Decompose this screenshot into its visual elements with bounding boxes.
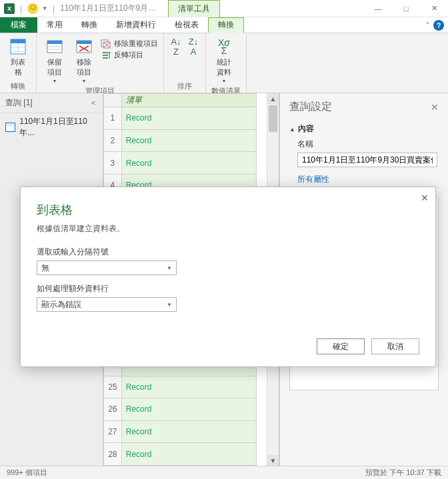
ribbon: 到表 格 轉換 保留 項目 ▼ 移除 項目 ▼ [0,33,448,93]
tab-home[interactable]: 常用 [37,17,72,33]
sort-desc-icon: Z↓A [184,37,203,56]
section-content-label: 內容 [298,123,314,135]
queries-header: 查詢 [1] [5,97,33,109]
chevron-down-icon: ▼ [167,302,172,308]
dropdown-icon: ▼ [53,79,57,83]
keep-items-label: 保留 項目 [47,57,62,77]
all-properties-link[interactable]: 所有屬性 [289,174,329,185]
group-label-sort: 排序 [169,80,200,91]
reverse-items-label: 反轉項目 [114,50,143,60]
delimiter-combo[interactable]: 無 ▼ [37,260,177,275]
svg-rect-1 [11,39,25,43]
table-row[interactable]: 3Record [104,152,257,175]
remove-duplicates-button[interactable]: 移除重複項目 [101,39,158,49]
extra-columns-value: 顯示為錯誤 [41,299,81,310]
qat-separator: | [20,4,22,13]
table-row[interactable]: 27Record [104,420,257,443]
close-settings-icon[interactable]: ✕ [431,102,439,113]
tab-transform-list[interactable]: 轉換 [208,17,244,33]
ribbon-group-convert: 到表 格 轉換 [0,33,37,93]
table-row[interactable]: 25Record [104,376,257,398]
tab-view[interactable]: 檢視表 [165,17,208,33]
row-number: 2 [104,129,122,152]
column-header-list[interactable]: 清單 [121,94,256,107]
remove-items-icon [75,37,93,56]
scroll-down-icon[interactable]: ▼ [267,455,279,466]
sort-asc-button[interactable]: A↓Z [169,36,183,57]
scroll-up-icon[interactable]: ▲ [267,93,279,104]
remove-items-button[interactable]: 移除 項目 ▼ [71,36,97,85]
sort-asc-icon: A↓Z [167,37,185,56]
to-table-icon [9,37,27,56]
row-number: 27 [104,420,122,443]
ok-button[interactable]: 確定 [317,338,365,354]
status-preview-time: 預覽於 下午 10:37 下載 [365,468,441,478]
query-item[interactable]: 110年1月1日至110年... [0,113,103,141]
qat-dropdown-icon[interactable]: ▼ [42,5,47,11]
table-row[interactable]: 1Record [104,107,257,130]
titlebar: X | ▼ | 110年1月1日至110年9月30日買賣案件 ... 清單工具 … [0,0,448,17]
chevron-down-icon: ▼ [167,265,172,271]
query-icon [5,123,15,132]
record-cell[interactable]: Record [121,152,256,175]
svg-rect-6 [47,41,62,44]
scroll-thumb[interactable] [269,105,277,132]
record-cell[interactable]: Record [121,129,256,152]
separator: | [53,4,55,13]
sort-desc-button[interactable]: Z↓A [187,36,200,57]
delimiter-value: 無 [41,262,49,274]
collapse-ribbon-icon[interactable]: ˄ [426,21,429,29]
section-content-header[interactable]: ▲ 內容 [289,123,439,135]
dropdown-icon: ▼ [82,79,87,83]
cancel-button[interactable]: 取消 [371,338,419,354]
ribbon-group-sort: A↓Z Z↓A 排序 [164,33,206,93]
tab-transform[interactable]: 轉換 [72,17,107,33]
dialog-close-icon[interactable]: ✕ [421,193,429,203]
corner-cell[interactable] [104,94,122,107]
collapse-queries-icon[interactable]: ＜ [89,97,97,109]
table-row[interactable]: 2Record [104,129,257,152]
record-cell[interactable]: Record [121,420,256,443]
table-row[interactable]: 28Record [104,443,257,466]
remove-duplicates-label: 移除重複項目 [114,39,158,49]
document-title: 110年1月1日至110年9月30日買賣案件 ... [60,3,160,14]
name-label: 名稱 [289,139,439,150]
keep-items-button[interactable]: 保留 項目 ▼ [42,36,67,85]
ribbon-group-manage: 保留 項目 ▼ 移除 項目 ▼ 移除重複項目 反轉項目 [37,33,164,93]
dropdown-icon: ▼ [222,79,227,83]
ribbon-tabs: 檔案 常用 轉換 新增資料行 檢視表 轉換 ˄ ? [0,17,448,33]
query-name-input[interactable] [297,153,437,167]
maximize-button[interactable]: □ [392,0,420,17]
record-cell[interactable]: Record [121,376,256,398]
row-number: 28 [104,443,122,466]
tab-add-column[interactable]: 新增資料行 [107,17,165,33]
record-cell[interactable]: Record [121,107,256,130]
minimize-button[interactable]: — [364,0,392,17]
row-number: 26 [104,398,122,421]
statistics-button[interactable]: XσΣ 統計 資料 ▼ [211,36,237,85]
status-bar: 999+ 個項目 預覽於 下午 10:37 下載 [0,466,448,479]
close-button[interactable]: ✕ [420,0,448,17]
record-cell[interactable]: Record [121,443,256,466]
contextual-tab-list-tools[interactable]: 清單工具 [168,0,220,17]
extra-columns-combo[interactable]: 顯示為錯誤 ▼ [37,297,177,312]
remove-items-label: 移除 項目 [77,57,91,77]
record-cell[interactable]: Record [121,398,256,421]
status-item-count: 999+ 個項目 [7,468,47,478]
row-number: 25 [104,376,122,398]
table-row[interactable]: 26Record [104,398,257,421]
reverse-items-button[interactable]: 反轉項目 [101,50,158,60]
to-table-dialog: ✕ 到表格 根據值清單建立資料表。 選取或輸入分隔符號 無 ▼ 如何處理額外資料… [20,187,436,367]
group-label-convert: 轉換 [5,80,31,91]
row-number: 3 [104,152,122,175]
smiley-icon[interactable] [27,3,38,14]
query-item-label: 110年1月1日至110年... [19,116,97,139]
row-number: 1 [104,107,122,130]
file-tab[interactable]: 檔案 [0,17,37,33]
dialog-title: 到表格 [37,202,419,218]
excel-icon: X [4,3,15,14]
to-table-button[interactable]: 到表 格 [5,36,31,79]
dialog-description: 根據值清單建立資料表。 [37,223,419,235]
ribbon-group-numeric: XσΣ 統計 資料 ▼ 數值清單 [206,33,247,93]
help-icon[interactable]: ? [433,20,444,31]
